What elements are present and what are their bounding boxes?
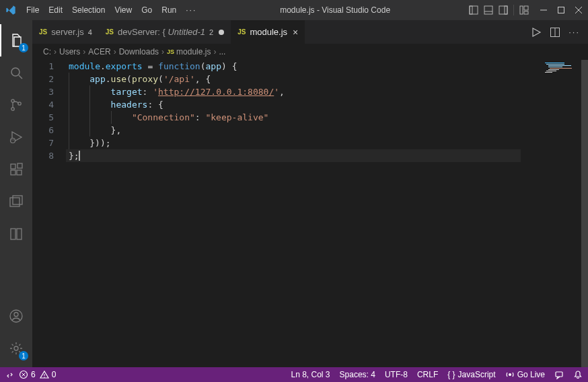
activity-explorer[interactable]: 1 (0, 24, 32, 56)
svg-point-39 (509, 373, 511, 376)
tab-label: module.js (250, 27, 287, 37)
js-icon: JS (237, 28, 246, 36)
tab-actions: ··· (523, 20, 588, 44)
status-feedback[interactable] (554, 370, 564, 379)
run-icon[interactable] (531, 27, 542, 38)
svg-rect-7 (524, 6, 528, 10)
status-errors[interactable]: 6 0 6 (19, 370, 36, 379)
vscode-logo-icon (5, 5, 16, 15)
activity-bar: 1 1 (0, 20, 32, 367)
maximize-icon[interactable] (557, 6, 565, 14)
svg-rect-5 (505, 6, 507, 14)
activity-source-control[interactable] (0, 89, 32, 121)
activity-search[interactable] (0, 56, 32, 89)
window-controls (540, 6, 583, 14)
svg-point-38 (44, 377, 44, 377)
menu-overflow[interactable]: ··· (181, 5, 201, 15)
status-notifications[interactable] (573, 370, 583, 379)
layout-controls (469, 5, 529, 15)
svg-rect-25 (10, 198, 20, 206)
svg-point-30 (14, 313, 18, 317)
svg-point-18 (11, 139, 15, 143)
js-icon: JS (167, 48, 174, 55)
status-eol[interactable]: CRLF (417, 370, 438, 379)
tab-close-icon[interactable]: × (293, 27, 298, 38)
breadcrumb-segment[interactable]: Users (59, 47, 80, 56)
status-indent[interactable]: Spaces: 4 (340, 370, 375, 379)
customize-layout-icon[interactable] (519, 5, 529, 15)
svg-rect-23 (17, 170, 22, 175)
tab-server-js[interactable]: JS server.js 4 (32, 20, 99, 44)
layout-divider (513, 5, 514, 15)
modified-dot-icon (219, 30, 224, 35)
activity-open-editors[interactable] (0, 186, 32, 218)
tab-label: devServer: { Untitled-1 (118, 27, 205, 37)
minimap[interactable] (521, 60, 588, 367)
svg-rect-2 (484, 6, 492, 14)
panel-left-icon[interactable] (469, 5, 478, 15)
code-editor[interactable]: 12345678 module.exports = function(app) … (32, 60, 588, 367)
svg-point-15 (11, 100, 14, 102)
svg-point-19 (11, 139, 12, 140)
svg-rect-0 (470, 6, 478, 14)
menu-run[interactable]: Run (157, 5, 181, 15)
status-warnings[interactable]: 0 (40, 370, 57, 379)
vertical-scrollbar[interactable] (581, 60, 588, 367)
panel-bottom-icon[interactable] (484, 5, 493, 15)
menu-go[interactable]: Go (137, 5, 157, 15)
tab-problems-count: 4 (88, 28, 92, 36)
activity-extensions[interactable] (0, 153, 32, 186)
breadcrumb-segment[interactable]: C: (43, 47, 51, 56)
tab-problems-count: 2 (209, 28, 213, 36)
tab-module-js[interactable]: JS module.js × (231, 20, 305, 44)
scrollbar-thumb[interactable] (581, 60, 588, 367)
minimize-icon[interactable] (540, 6, 548, 14)
tab-devserver[interactable]: JS devServer: { Untitled-1 2 (99, 20, 231, 44)
svg-rect-21 (11, 164, 15, 169)
code-content[interactable]: module.exports = function(app) {app.use(… (66, 60, 521, 367)
remote-icon (5, 370, 15, 379)
status-go-live[interactable]: Go Live (505, 370, 545, 379)
menu-file[interactable]: File (22, 5, 44, 15)
menu-edit[interactable]: Edit (44, 5, 67, 15)
explorer-badge: 1 (19, 43, 28, 52)
bell-icon (573, 370, 583, 379)
status-encoding[interactable]: UTF-8 (385, 370, 408, 379)
activity-run-debug[interactable] (0, 121, 32, 153)
menu-selection[interactable]: Selection (67, 5, 110, 15)
more-actions-icon[interactable]: ··· (568, 27, 580, 37)
panel-right-icon[interactable] (499, 5, 508, 15)
error-icon (19, 370, 28, 379)
svg-rect-28 (17, 229, 22, 239)
status-language[interactable]: { } JavaScript (447, 370, 495, 379)
feedback-icon (554, 370, 564, 379)
menu-view[interactable]: View (110, 5, 137, 15)
activity-settings[interactable]: 1 (0, 332, 32, 365)
line-numbers: 12345678 (32, 60, 66, 367)
svg-rect-10 (558, 7, 564, 13)
close-icon[interactable] (575, 6, 583, 14)
js-icon: JS (39, 28, 47, 36)
svg-point-31 (14, 346, 18, 350)
editor-group: JS server.js 4 JS devServer: { Untitled-… (32, 20, 588, 367)
split-editor-icon[interactable] (550, 27, 560, 38)
status-remote[interactable] (5, 370, 15, 379)
settings-badge: 1 (19, 351, 28, 360)
activity-accounts[interactable] (0, 300, 32, 332)
breadcrumb-file[interactable]: module.js (176, 47, 211, 56)
svg-point-13 (11, 68, 20, 76)
svg-point-16 (11, 108, 14, 110)
breadcrumb-more[interactable]: ... (219, 47, 225, 56)
svg-rect-6 (520, 6, 523, 14)
status-cursor[interactable]: Ln 8, Col 3 (291, 370, 330, 379)
tab-bar: JS server.js 4 JS devServer: { Untitled-… (32, 20, 588, 44)
breadcrumbs[interactable]: C:› Users› ACER› Downloads› JS module.js… (32, 44, 588, 60)
menu-bar: File Edit Selection View Go Run ··· (22, 5, 201, 15)
warning-icon (40, 370, 49, 379)
js-icon: JS (106, 28, 114, 36)
breadcrumb-segment[interactable]: Downloads (119, 47, 159, 56)
svg-rect-40 (556, 372, 562, 377)
svg-rect-4 (499, 6, 507, 14)
activity-custom[interactable] (0, 218, 32, 250)
breadcrumb-segment[interactable]: ACER (88, 47, 110, 56)
